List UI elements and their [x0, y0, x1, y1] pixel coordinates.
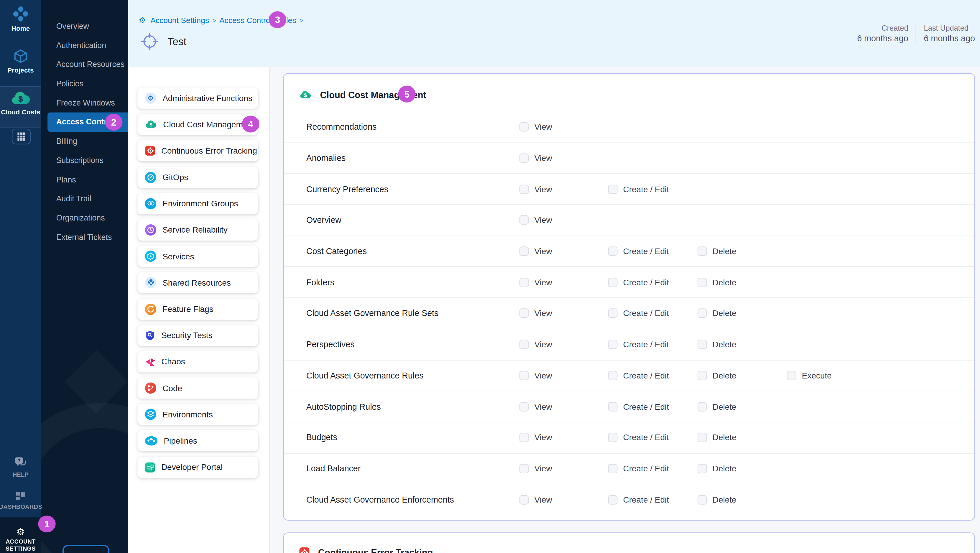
- create-edit-checkbox-cell[interactable]: Create / Edit: [608, 340, 669, 349]
- delete-checkbox[interactable]: [698, 402, 707, 411]
- view-checkbox-cell[interactable]: View: [519, 278, 552, 287]
- create-edit-checkbox[interactable]: [608, 340, 618, 349]
- delete-checkbox[interactable]: [698, 246, 707, 256]
- module-card-administrative-functions[interactable]: ⚙ Administrative Functions: [137, 87, 258, 109]
- module-card-environments[interactable]: Environments: [137, 404, 258, 425]
- delete-checkbox-cell[interactable]: Delete: [698, 464, 737, 474]
- view-checkbox[interactable]: [519, 122, 529, 132]
- view-checkbox-cell[interactable]: View: [519, 122, 552, 132]
- rail-item-account-settings[interactable]: ⚙ ACCOUNT SETTINGS: [0, 527, 41, 552]
- module-card-chaos[interactable]: Chaos: [137, 351, 258, 372]
- delete-checkbox-cell[interactable]: Delete: [698, 278, 737, 287]
- create-edit-checkbox[interactable]: [608, 371, 618, 380]
- view-checkbox[interactable]: [519, 433, 529, 442]
- sidebar-item-account-resources[interactable]: Account Resources: [41, 55, 128, 74]
- delete-checkbox-cell[interactable]: Delete: [698, 402, 737, 411]
- view-checkbox-cell[interactable]: View: [519, 184, 552, 194]
- view-checkbox[interactable]: [519, 308, 529, 318]
- create-edit-checkbox-cell[interactable]: Create / Edit: [608, 184, 669, 194]
- view-checkbox[interactable]: [519, 495, 529, 504]
- sidebar-item-authentication[interactable]: Authentication: [41, 36, 128, 55]
- view-checkbox[interactable]: [519, 371, 529, 380]
- module-card-code[interactable]: Code: [137, 378, 258, 399]
- module-card-pipelines[interactable]: Pipelines: [137, 430, 258, 451]
- delete-checkbox-cell[interactable]: Delete: [698, 495, 737, 504]
- view-checkbox[interactable]: [519, 184, 529, 194]
- view-checkbox-cell[interactable]: View: [519, 495, 552, 504]
- sidebar-item-billing[interactable]: Billing: [41, 132, 128, 151]
- view-checkbox[interactable]: [519, 340, 529, 349]
- create-edit-checkbox-cell[interactable]: Create / Edit: [608, 278, 669, 287]
- view-checkbox-cell[interactable]: View: [519, 308, 552, 318]
- sidebar-item-policies[interactable]: Policies: [41, 74, 128, 94]
- view-checkbox[interactable]: [519, 402, 529, 411]
- sidebar-item-overview[interactable]: Overview: [41, 17, 128, 36]
- create-edit-checkbox-cell[interactable]: Create / Edit: [608, 464, 669, 474]
- view-checkbox[interactable]: [519, 464, 529, 474]
- rail-item-projects[interactable]: Projects: [0, 49, 41, 74]
- create-edit-checkbox-cell[interactable]: Create / Edit: [608, 495, 669, 504]
- rail-item-cloud-costs[interactable]: $ Cloud Costs: [0, 91, 41, 116]
- create-edit-checkbox[interactable]: [608, 184, 618, 194]
- delete-checkbox[interactable]: [698, 464, 707, 474]
- delete-checkbox[interactable]: [698, 495, 707, 504]
- view-checkbox[interactable]: [519, 278, 529, 287]
- module-card-gitops[interactable]: GitOps: [137, 167, 258, 188]
- create-edit-checkbox[interactable]: [608, 246, 618, 256]
- create-edit-checkbox[interactable]: [608, 278, 618, 287]
- view-checkbox[interactable]: [519, 216, 529, 225]
- breadcrumb-account-settings[interactable]: Account Settings: [150, 16, 209, 25]
- create-edit-checkbox[interactable]: [608, 433, 618, 442]
- sidebar-item-freeze-windows[interactable]: Freeze Windows: [41, 94, 128, 113]
- sidebar-item-organizations[interactable]: Organizations: [41, 209, 128, 228]
- delete-checkbox-cell[interactable]: Delete: [698, 433, 737, 442]
- sidebar-item-audit-trail[interactable]: Audit Trail: [41, 189, 128, 209]
- create-edit-checkbox-cell[interactable]: Create / Edit: [608, 308, 669, 318]
- view-checkbox[interactable]: [519, 154, 529, 163]
- module-card-cloud-cost-management[interactable]: $ Cloud Cost Management: [137, 114, 258, 135]
- create-edit-checkbox-cell[interactable]: Create / Edit: [608, 433, 669, 442]
- view-checkbox-cell[interactable]: View: [519, 464, 552, 474]
- rail-item-home[interactable]: Home: [0, 6, 41, 32]
- delete-checkbox[interactable]: [698, 340, 707, 349]
- delete-checkbox[interactable]: [698, 278, 707, 287]
- view-checkbox-cell[interactable]: View: [519, 246, 552, 256]
- module-card-services[interactable]: Services: [137, 246, 258, 267]
- create-edit-checkbox-cell[interactable]: Create / Edit: [608, 246, 669, 256]
- delete-checkbox-cell[interactable]: Delete: [698, 308, 737, 318]
- view-checkbox-cell[interactable]: View: [519, 402, 552, 411]
- view-checkbox[interactable]: [519, 246, 529, 256]
- module-card-service-reliability[interactable]: Service Reliability: [137, 219, 258, 240]
- sidebar-item-external-tickets[interactable]: External Tickets: [41, 228, 128, 247]
- create-edit-checkbox-cell[interactable]: Create / Edit: [608, 371, 669, 380]
- create-edit-checkbox[interactable]: [608, 402, 618, 411]
- create-edit-checkbox[interactable]: [608, 464, 618, 474]
- view-checkbox-cell[interactable]: View: [519, 340, 552, 349]
- delete-checkbox[interactable]: [698, 308, 707, 318]
- create-edit-checkbox[interactable]: [608, 308, 618, 318]
- execute-checkbox-cell[interactable]: Execute: [787, 371, 832, 380]
- delete-checkbox-cell[interactable]: Delete: [698, 246, 737, 256]
- create-edit-checkbox[interactable]: [608, 495, 618, 504]
- sidebar-item-subscriptions[interactable]: Subscriptions: [41, 151, 128, 170]
- delete-checkbox[interactable]: [698, 371, 707, 380]
- view-checkbox-cell[interactable]: View: [519, 433, 552, 442]
- view-checkbox-cell[interactable]: View: [519, 216, 552, 225]
- execute-checkbox[interactable]: [787, 371, 796, 380]
- delete-checkbox-cell[interactable]: Delete: [698, 340, 737, 349]
- module-card-environment-groups[interactable]: Environment Groups: [137, 193, 258, 214]
- module-card-security-tests[interactable]: Security Tests: [137, 325, 258, 346]
- module-card-shared-resources[interactable]: Shared Resources: [137, 272, 258, 293]
- sidebar-item-plans[interactable]: Plans: [41, 170, 128, 189]
- module-card-continuous-error-tracking[interactable]: Continuous Error Tracking: [137, 140, 258, 162]
- rail-item-help[interactable]: ? HELP: [0, 457, 41, 478]
- module-picker-button[interactable]: [12, 129, 31, 145]
- module-card-feature-flags[interactable]: Feature Flags: [137, 298, 258, 319]
- view-checkbox-cell[interactable]: View: [519, 371, 552, 380]
- rail-item-dashboards[interactable]: DASHBOARDS: [0, 491, 41, 510]
- sidebar-bottom-button[interactable]: [62, 545, 110, 553]
- delete-checkbox-cell[interactable]: Delete: [698, 371, 737, 380]
- create-edit-checkbox-cell[interactable]: Create / Edit: [608, 402, 669, 411]
- view-checkbox-cell[interactable]: View: [519, 154, 552, 163]
- delete-checkbox[interactable]: [698, 433, 707, 442]
